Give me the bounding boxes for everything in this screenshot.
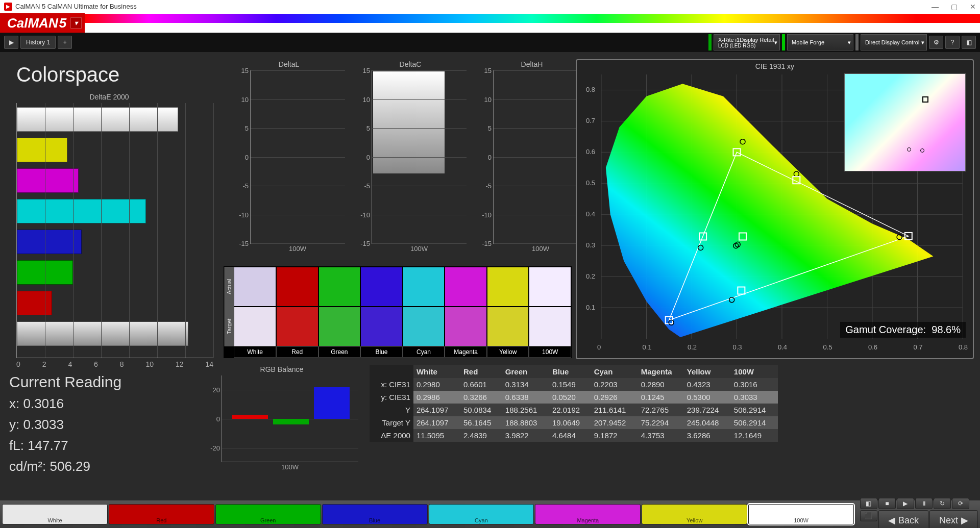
gamut-coverage-label: Gamut Coverage: 98.6% (840, 322, 966, 338)
add-tab-button[interactable]: + (58, 36, 72, 49)
deltae-bar-magenta (17, 168, 79, 193)
settings-button[interactable]: ⚙ (929, 36, 943, 49)
swatch-cyan: Cyan (403, 267, 445, 358)
swatch-comparison: Actual Target WhiteRedGreenBlueCyanMagen… (224, 266, 572, 358)
transport-stop-button[interactable]: ■ (878, 498, 896, 509)
footer-swatch-cyan[interactable]: Cyan (429, 504, 534, 524)
display-dropdown[interactable]: Direct Display Control ▾ (861, 34, 927, 51)
deltae-bar-white (17, 107, 178, 132)
footer-swatch-100w[interactable]: 100W (748, 504, 854, 524)
panel-toggle-button[interactable]: ◧ (962, 36, 976, 49)
rainbow-divider (85, 14, 980, 23)
footer-bar: WhiteRedGreenBlueCyanMagentaYellow100W ◧… (0, 500, 980, 528)
display-led (855, 34, 859, 51)
rgb-bar-R (232, 415, 268, 419)
rgb-bar-B (314, 387, 350, 419)
swatch-yellow: Yellow (487, 267, 529, 358)
footer-swatch-green[interactable]: Green (215, 504, 321, 524)
transport-pane-button[interactable]: ◧ (860, 498, 877, 509)
swatch-blue: Blue (360, 267, 403, 358)
brand-logo: CalMAN5 ▾ (0, 13, 85, 33)
transport-pause-button[interactable]: ⏸ (915, 498, 933, 509)
chevron-down-icon: ▾ (774, 39, 777, 46)
source-led (782, 34, 785, 51)
deltae-bar-blue (17, 230, 82, 254)
footer-swatch-yellow[interactable]: Yellow (642, 504, 747, 524)
next-button[interactable]: Next ▶ (929, 510, 978, 528)
deltaC-gradient (373, 71, 445, 173)
deltaH-chart: DeltaH -15-10-5051015 100W (476, 60, 588, 259)
deltaC-chart: DeltaC -15-10-5051015 100W (354, 60, 467, 259)
swatch-row-actual: Actual (224, 267, 234, 307)
minimize-button[interactable]: — (932, 3, 939, 11)
swatch-row-target: Target (224, 307, 234, 346)
deltae-bar-red (17, 291, 52, 315)
page-title: Colorspace (16, 63, 119, 86)
maximize-button[interactable]: ▢ (951, 3, 958, 11)
back-button[interactable]: ◀ Back (878, 510, 928, 528)
transport-loop-button[interactable]: ↻ (934, 498, 951, 509)
deltae-bar-yellow (17, 138, 67, 162)
play-button[interactable]: ▶ (4, 36, 18, 49)
footer-swatch-red[interactable]: Red (109, 504, 214, 524)
footer-swatch-white[interactable]: White (2, 504, 108, 524)
tab-row: ▶ History 1 + X-Rite i1Display Retail LC… (0, 33, 980, 52)
deltae-bar-cyan (17, 199, 146, 223)
deltae2000-chart: DeltaE 2000 02468101214 (5, 93, 213, 362)
cie-inset-zoom (844, 73, 966, 171)
swatch-white: White (234, 267, 276, 358)
deltae-bar-100w (17, 321, 188, 346)
footer-swatch-blue[interactable]: Blue (322, 504, 428, 524)
window-titlebar: ▶ CalMAN 5 CalMAN Ultimate for Business … (0, 0, 980, 13)
close-button[interactable]: ✕ (970, 3, 976, 11)
help-button[interactable]: ? (945, 36, 960, 49)
swatch-red: Red (276, 267, 318, 358)
transport-play-button[interactable]: ▶ (897, 498, 914, 509)
rgb-balance-chart: RGB Balance -20020 100W (205, 365, 358, 477)
app-icon: ▶ (4, 3, 12, 11)
meter-dropdown[interactable]: X-Rite i1Display Retail LCD (LED RGB) ▾ (714, 34, 780, 51)
chevron-down-icon: ▾ (848, 39, 851, 46)
brand-bar: CalMAN5 ▾ (0, 13, 980, 33)
transport-refresh-button[interactable]: ⟳ (952, 498, 969, 509)
footer-swatch-magenta[interactable]: Magenta (535, 504, 641, 524)
source-dropdown[interactable]: Mobile Forge ▾ (787, 34, 853, 51)
rgb-bar-G (273, 419, 309, 424)
brand-menu-button[interactable]: ▾ (70, 17, 82, 29)
deltaL-chart: DeltaL -15-10-5051015 100W (233, 60, 345, 259)
swatch-green: Green (318, 267, 361, 358)
swatch-100w: 100W (529, 267, 571, 358)
workspace: Colorspace DeltaE 2000 02468101214 Delta… (0, 52, 980, 500)
window-title: CalMAN 5 CalMAN Ultimate for Business (15, 3, 137, 10)
meter-led (708, 34, 712, 51)
swatch-magenta: Magenta (445, 267, 487, 358)
current-reading: Current Reading x: 0.3016 y: 0.3033 fL: … (9, 373, 121, 480)
measurement-table: WhiteRedGreenBlueCyanMagentaYellow100Wx:… (370, 365, 778, 442)
transport-record-button[interactable]: ⬛ (860, 510, 877, 521)
cie-1931-panel: CIE 1931 xy Gamut Coverage: 98.6% 00.10.… (576, 59, 974, 359)
tab-history[interactable]: History 1 (20, 36, 56, 49)
chevron-down-icon: ▾ (921, 39, 924, 46)
